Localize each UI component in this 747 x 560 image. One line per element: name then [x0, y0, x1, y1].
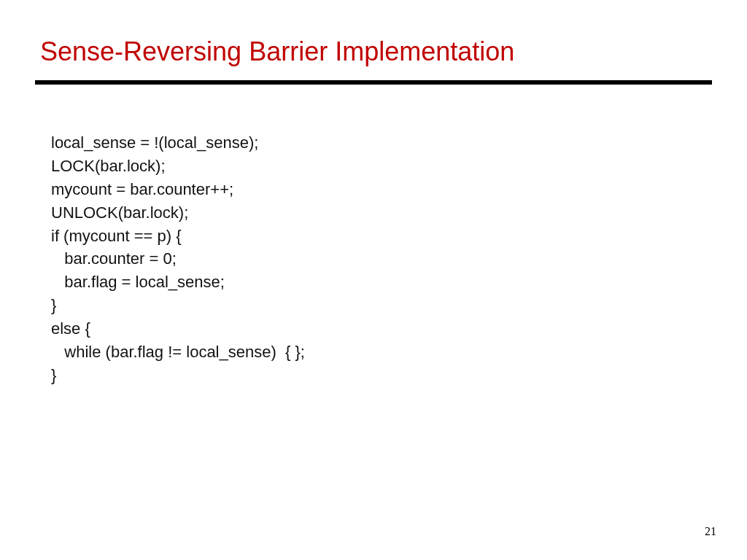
code-line: if (mycount == p) { [51, 227, 182, 245]
code-line: bar.counter = 0; [51, 249, 177, 268]
horizontal-rule [35, 80, 712, 85]
page-number: 21 [705, 525, 716, 538]
code-line: while (bar.flag != local_sense) { }; [51, 343, 305, 361]
code-line: local_sense = !(local_sense); [51, 133, 258, 152]
slide-title: Sense-Reversing Barrier Implementation [40, 36, 514, 67]
code-line: UNLOCK(bar.lock); [51, 203, 188, 222]
code-line: LOCK(bar.lock); [51, 157, 166, 175]
code-line: else { [51, 319, 90, 338]
code-line: mycount = bar.counter++; [51, 180, 233, 198]
code-line: bar.flag = local_sense; [51, 273, 225, 291]
code-block: local_sense = !(local_sense); LOCK(bar.l… [51, 131, 305, 387]
slide: Sense-Reversing Barrier Implementation l… [0, 0, 747, 560]
code-line: } [51, 366, 56, 384]
code-line: } [51, 296, 56, 314]
